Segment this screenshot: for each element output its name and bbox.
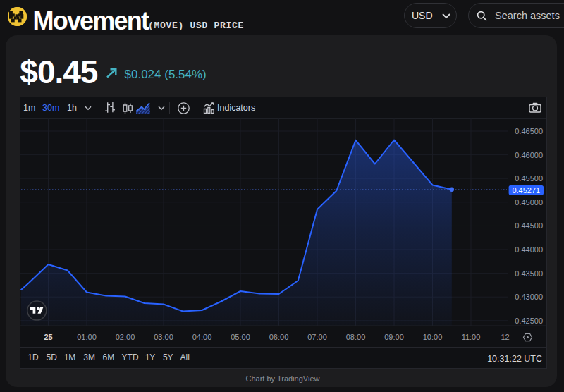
svg-text:0.45500: 0.45500 xyxy=(515,174,543,183)
svg-text:08:00: 08:00 xyxy=(346,333,366,341)
svg-text:0.42500: 0.42500 xyxy=(515,317,543,325)
svg-text:03:00: 03:00 xyxy=(154,333,173,341)
svg-text:04:00: 04:00 xyxy=(192,333,212,341)
svg-text:0.46500: 0.46500 xyxy=(515,127,543,135)
svg-text:02:00: 02:00 xyxy=(116,333,135,341)
svg-text:0.46000: 0.46000 xyxy=(515,151,543,159)
svg-text:11:00: 11:00 xyxy=(462,333,481,341)
svg-text:06:00: 06:00 xyxy=(269,333,289,341)
svg-text:0.43000: 0.43000 xyxy=(515,293,543,301)
svg-text:0.45000: 0.45000 xyxy=(515,198,543,207)
svg-text:0.44000: 0.44000 xyxy=(515,245,543,254)
svg-text:25: 25 xyxy=(44,333,52,341)
svg-text:07:00: 07:00 xyxy=(307,333,327,341)
svg-text:05:00: 05:00 xyxy=(231,333,250,341)
svg-text:09:00: 09:00 xyxy=(384,333,404,341)
svg-text:12: 12 xyxy=(501,333,509,341)
svg-text:01:00: 01:00 xyxy=(77,333,97,341)
svg-text:10:00: 10:00 xyxy=(423,333,443,341)
svg-text:0.44500: 0.44500 xyxy=(515,221,543,230)
svg-text:0.43500: 0.43500 xyxy=(515,269,543,278)
svg-text:0.45271: 0.45271 xyxy=(512,186,540,195)
